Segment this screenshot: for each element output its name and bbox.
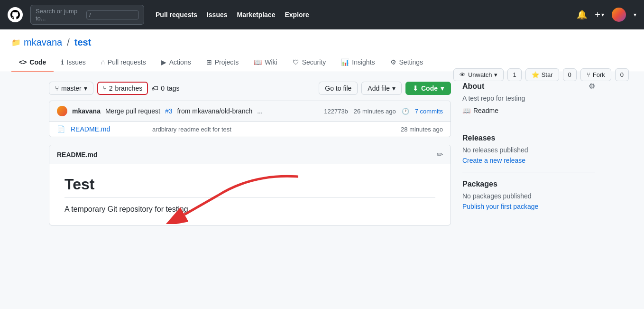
branch-chevron-icon: ▾	[84, 84, 87, 92]
code-chevron-icon: ▾	[441, 84, 444, 92]
go-to-file-button[interactable]: Go to file	[319, 82, 358, 95]
gear-icon[interactable]: ⚙	[589, 82, 595, 91]
repo-slash: /	[67, 37, 70, 48]
code-icon: <>	[19, 58, 27, 66]
toolbar-right: Go to file Add file ▾ ⬇ Code ▾	[319, 82, 451, 95]
branch-selector[interactable]: ⑂ master ▾	[49, 82, 93, 95]
tab-issues[interactable]: ℹ Issues	[54, 54, 93, 72]
tags-button[interactable]: 🏷 0 tags	[152, 84, 179, 92]
commit-author[interactable]: mkavana	[72, 107, 101, 115]
commit-ellipsis: ...	[257, 107, 263, 115]
commit-meta: 122773b 26 minutes ago 🕐 7 commits	[324, 108, 443, 115]
issues-icon: ℹ	[61, 58, 64, 66]
history-icon: 🕐	[402, 108, 409, 115]
avatar[interactable]	[612, 8, 626, 22]
tab-projects-label: Projects	[215, 58, 239, 66]
repo-owner[interactable]: mkavana	[24, 37, 62, 48]
plus-icon: +	[595, 9, 600, 20]
commit-time: 26 minutes ago	[354, 108, 396, 115]
pr-icon: ⑃	[101, 58, 105, 66]
branch-name: master	[61, 84, 82, 92]
branches-label: branches	[115, 84, 143, 92]
branches-button[interactable]: ⑂ 2 branches	[97, 82, 148, 95]
readme-link[interactable]: 📖 Readme	[462, 107, 595, 114]
commit-suffix: from mkavana/old-branch	[177, 107, 252, 115]
create-button[interactable]: + ▾	[595, 9, 604, 20]
actions-icon: ▶	[161, 58, 166, 66]
book-icon: 📖	[462, 107, 470, 114]
download-icon: ⬇	[413, 84, 418, 92]
table-row: 📄 README.md ardbirary readme edit for te…	[49, 122, 451, 137]
sidebar: About ⚙ A test repo for testing 📖 Readme…	[462, 82, 595, 225]
file-icon: 📄	[57, 125, 65, 133]
repo-name[interactable]: test	[74, 37, 92, 48]
readme-link-label: Readme	[473, 107, 498, 114]
tab-projects[interactable]: ⊞ Projects	[199, 54, 247, 72]
releases-section: Releases No releases published Create a …	[462, 134, 595, 164]
code-button[interactable]: ⬇ Code ▾	[405, 82, 451, 95]
branches-count: 2	[109, 84, 113, 92]
nav-issues[interactable]: Issues	[207, 11, 228, 19]
nav-links: Pull requests Issues Marketplace Explore	[156, 11, 309, 19]
tab-insights[interactable]: 📊 Insights	[333, 54, 382, 72]
tags-count: 0	[161, 84, 165, 92]
top-navigation: Search or jump to... / Pull requests Iss…	[0, 0, 644, 29]
readme-filename: README.md	[57, 151, 98, 159]
add-file-button[interactable]: Add file ▾	[361, 82, 402, 95]
search-shortcut: /	[86, 10, 139, 19]
file-table: mkavana Merge pull request #3 from mkava…	[49, 101, 451, 137]
code-button-label: Code	[421, 84, 438, 92]
commit-hash: 122773b	[324, 108, 348, 115]
edit-readme-button[interactable]: ✏	[437, 150, 443, 159]
search-placeholder: Search or jump to...	[36, 8, 83, 22]
tab-settings-label: Settings	[399, 58, 423, 66]
tab-security[interactable]: 🛡 Security	[285, 54, 334, 72]
add-file-label: Add file	[368, 84, 390, 92]
wiki-icon: 📖	[254, 58, 262, 66]
commits-link[interactable]: 7 commits	[415, 108, 443, 115]
tab-pull-requests[interactable]: ⑃ Pull requests	[93, 54, 154, 72]
tab-code[interactable]: <> Code	[11, 54, 54, 72]
tab-actions[interactable]: ▶ Actions	[154, 54, 199, 72]
tab-wiki-label: Wiki	[265, 58, 277, 66]
tab-security-label: Security	[302, 58, 326, 66]
releases-empty: No releases published	[462, 146, 595, 154]
tab-issues-label: Issues	[66, 58, 85, 66]
about-section: About ⚙ A test repo for testing 📖 Readme	[462, 82, 595, 114]
user-chevron-icon[interactable]: ▾	[634, 11, 636, 18]
nav-right: 🔔 + ▾ ▾	[577, 8, 636, 22]
tab-insights-label: Insights	[352, 58, 375, 66]
nav-explore[interactable]: Explore	[285, 11, 309, 19]
commit-message: Merge pull request	[105, 107, 160, 115]
security-icon: 🛡	[293, 58, 299, 66]
file-name[interactable]: README.md	[71, 125, 147, 133]
divider-1	[462, 126, 595, 126]
nav-pull-requests[interactable]: Pull requests	[156, 11, 197, 19]
projects-icon: ⊞	[206, 58, 212, 66]
commit-pr-link[interactable]: #3	[165, 107, 173, 115]
publish-package-link[interactable]: Publish your first package	[462, 203, 538, 210]
repo-toolbar: ⑂ master ▾ ⑂ 2 branches 🏷 0 tags Go to f…	[49, 82, 451, 95]
tags-icon: 🏷	[152, 84, 158, 92]
file-time: 28 minutes ago	[401, 126, 443, 133]
nav-marketplace[interactable]: Marketplace	[237, 11, 276, 19]
tab-wiki[interactable]: 📖 Wiki	[246, 54, 285, 72]
settings-icon: ⚙	[390, 58, 396, 66]
packages-empty: No packages published	[462, 192, 595, 200]
branches-fork-icon: ⑂	[103, 84, 107, 92]
branch-icon: ⑂	[55, 84, 59, 92]
divider-2	[462, 172, 595, 172]
fork-count[interactable]: 0	[615, 68, 629, 81]
repo-title: 📁 mkavana / test	[11, 37, 633, 48]
tab-settings[interactable]: ⚙ Settings	[383, 54, 431, 72]
tags-label: tags	[167, 84, 179, 92]
notifications-button[interactable]: 🔔	[577, 9, 587, 20]
create-release-link[interactable]: Create a new release	[462, 157, 525, 164]
tab-pr-label: Pull requests	[108, 58, 146, 66]
github-logo[interactable]	[8, 7, 23, 22]
releases-title: Releases	[462, 134, 595, 142]
packages-title: Packages	[462, 180, 595, 188]
search-bar[interactable]: Search or jump to... /	[30, 5, 144, 25]
content-left: ⑂ master ▾ ⑂ 2 branches 🏷 0 tags Go to f…	[49, 82, 451, 225]
commit-avatar	[57, 106, 67, 116]
